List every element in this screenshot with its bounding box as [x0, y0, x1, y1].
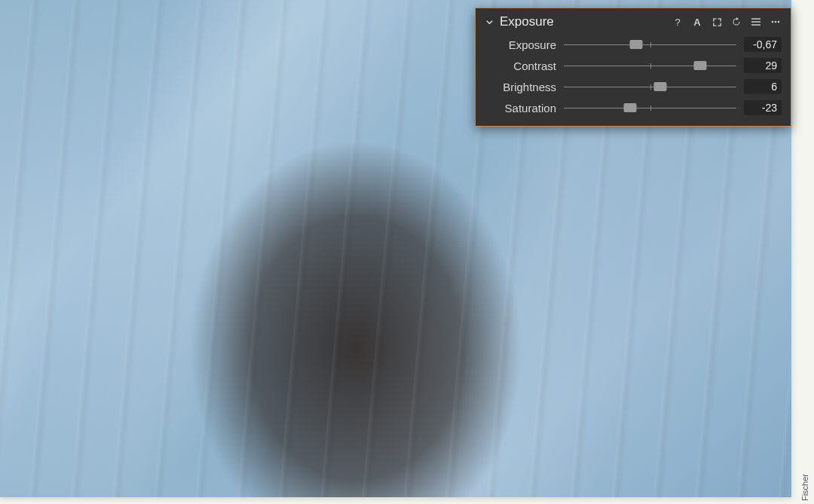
presets-menu-icon[interactable] — [750, 16, 762, 28]
svg-point-0 — [772, 21, 774, 23]
slider-thumb[interactable] — [624, 103, 637, 112]
help-icon[interactable]: ? — [672, 16, 684, 28]
more-options-icon[interactable] — [770, 16, 782, 28]
contrast-slider[interactable] — [564, 59, 736, 72]
expand-icon[interactable] — [711, 16, 723, 28]
slider-label: Brightness — [485, 81, 556, 93]
slider-row-saturation: Saturation -23 — [485, 100, 782, 115]
brightness-value[interactable]: 6 — [744, 79, 782, 94]
slider-thumb[interactable] — [630, 40, 643, 49]
brightness-slider[interactable] — [564, 80, 736, 93]
slider-row-contrast: Contrast 29 — [485, 58, 782, 73]
slider-label: Exposure — [485, 38, 556, 51]
photo-credit: © Frauke Fischer — [800, 474, 809, 504]
contrast-value[interactable]: 29 — [744, 58, 782, 73]
svg-point-2 — [778, 21, 780, 23]
panel-actions: ? A — [672, 16, 782, 28]
slider-label: Contrast — [485, 60, 556, 72]
panel-title: Exposure — [500, 14, 554, 29]
reset-icon[interactable] — [730, 16, 742, 28]
panel-header: Exposure ? A — [485, 14, 782, 29]
slider-thumb[interactable] — [654, 82, 667, 91]
exposure-slider[interactable] — [564, 38, 736, 51]
auto-adjust-icon[interactable]: A — [691, 16, 703, 28]
saturation-value[interactable]: -23 — [744, 100, 782, 115]
chevron-down-icon[interactable] — [485, 17, 494, 26]
svg-point-1 — [775, 21, 777, 23]
exposure-panel: Exposure ? A Exposure -0,67 Con — [475, 8, 791, 127]
saturation-slider[interactable] — [564, 101, 736, 115]
exposure-value[interactable]: -0,67 — [744, 37, 782, 52]
slider-row-brightness: Brightness 6 — [485, 79, 782, 94]
slider-row-exposure: Exposure -0,67 — [485, 37, 782, 52]
slider-thumb[interactable] — [693, 61, 706, 70]
panel-title-group: Exposure — [485, 14, 554, 29]
slider-label: Saturation — [485, 102, 556, 115]
